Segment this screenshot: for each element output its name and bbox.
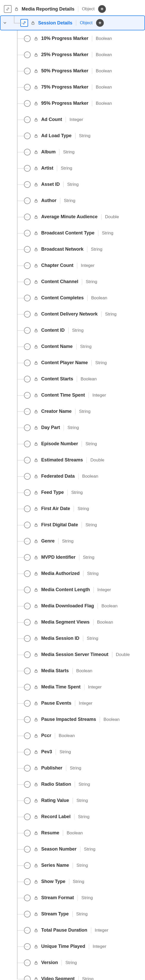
lock-icon — [34, 296, 38, 300]
tree-node-field[interactable]: Pev3String — [0, 744, 145, 760]
lock-icon — [34, 426, 38, 430]
tree-node-field[interactable]: Average Minute AudienceDouble — [0, 209, 145, 225]
tree-node-root[interactable]: Media Reporting DetailsObject+ — [0, 3, 145, 16]
add-button[interactable]: + — [98, 5, 106, 13]
tree-node-field[interactable]: Broadcast Content TypeString — [0, 225, 145, 241]
tree-node-field[interactable]: 10% Progress MarkerBoolean — [0, 30, 145, 46]
tree-node-field[interactable]: Show TypeString — [0, 873, 145, 890]
field-type: String — [84, 847, 95, 852]
field-type: Integer — [97, 587, 111, 592]
tree-node-field[interactable]: Record LabelString — [0, 808, 145, 825]
tree-node-field[interactable]: Stream TypeString — [0, 906, 145, 922]
tree-node-field[interactable]: Content Time SpentInteger — [0, 387, 145, 403]
tree-node-field[interactable]: ResumeBoolean — [0, 825, 145, 841]
tree-node-field[interactable]: Series NameString — [0, 857, 145, 873]
svg-rect-48 — [35, 784, 37, 786]
tree-node-field[interactable]: Content NameString — [0, 339, 145, 355]
field-label: Total Pause Duration — [41, 928, 87, 933]
field-type: Boolean — [59, 733, 75, 738]
tree-node-field[interactable]: VersionString — [0, 955, 145, 971]
tree-node-field[interactable]: Media Session Server TimeoutDouble — [0, 646, 145, 663]
tree-node-field[interactable]: Episode NumberString — [0, 436, 145, 452]
svg-rect-33 — [35, 541, 37, 543]
field-label: Season Number — [41, 846, 76, 852]
tree-node-field[interactable]: Media StartsBoolean — [0, 663, 145, 679]
field-type: String — [65, 960, 77, 965]
tree-node-field[interactable]: 75% Progress MarkerBoolean — [0, 79, 145, 95]
tree-node-field[interactable]: Media AuthorizedString — [0, 565, 145, 582]
tree-node-field[interactable]: Ad CountInteger — [0, 111, 145, 128]
tree-node-field[interactable]: Media Time SpentInteger — [0, 679, 145, 695]
lock-icon — [34, 977, 38, 980]
tree-node-field[interactable]: Estimated StreamsDouble — [0, 452, 145, 468]
tree-node-field[interactable]: Media Content LengthInteger — [0, 582, 145, 598]
svg-rect-32 — [35, 525, 37, 527]
lock-icon — [33, 571, 39, 576]
tree-node-field[interactable]: Content CompletesBoolean — [0, 290, 145, 306]
tree-node-field[interactable]: MVPD IdentifierString — [0, 549, 145, 565]
tree-node-field[interactable]: Pause EventsInteger — [0, 695, 145, 711]
tree-node-field[interactable]: ArtistString — [0, 160, 145, 176]
tree-node-field[interactable]: Video SegmentString — [0, 971, 145, 980]
tree-node-field[interactable]: PccrBoolean — [0, 727, 145, 744]
field-type: String — [87, 636, 98, 641]
lock-icon — [33, 101, 39, 106]
tree-node-field[interactable]: Total Pause DurationInteger — [0, 922, 145, 938]
lock-icon — [34, 604, 38, 608]
tree-node-field[interactable]: PublisherString — [0, 760, 145, 776]
tree-node-field[interactable]: Federated DataBoolean — [0, 468, 145, 484]
field-label: Chapter Count — [41, 263, 73, 268]
tree-node-field[interactable]: Stream FormatString — [0, 890, 145, 906]
tree-node-field[interactable]: Media Downloaded FlagBoolean — [0, 598, 145, 614]
tree-node-field[interactable]: Feed TypeString — [0, 484, 145, 501]
tree-node-session-details[interactable]: Session DetailsObject+ — [0, 16, 145, 30]
svg-rect-30 — [35, 492, 37, 494]
lock-icon — [34, 880, 38, 884]
tree-node-field[interactable]: Content StartsBoolean — [0, 371, 145, 387]
tree-node-field[interactable]: Content ChannelString — [0, 274, 145, 290]
tree-node-field[interactable]: Chapter CountInteger — [0, 257, 145, 274]
tree-node-field[interactable]: Rating ValueString — [0, 792, 145, 808]
tree-node-field[interactable]: Unique Time PlayedInteger — [0, 938, 145, 955]
tree-node-field[interactable]: Season NumberString — [0, 841, 145, 857]
svg-rect-37 — [35, 606, 37, 608]
svg-rect-50 — [35, 816, 37, 818]
field-type: Integer — [93, 944, 106, 949]
field-type: Boolean — [81, 377, 97, 382]
chevron-down-icon[interactable] — [3, 21, 7, 25]
lock-icon — [33, 182, 39, 187]
field-label: Estimated Streams — [41, 457, 83, 463]
lock-icon — [34, 507, 38, 511]
tree-node-field[interactable]: 50% Progress MarkerBoolean — [0, 63, 145, 79]
tree-node-field[interactable]: Creator NameString — [0, 403, 145, 420]
tree-node-field[interactable]: Asset IDString — [0, 176, 145, 192]
tree-node-field[interactable]: Broadcast NetworkString — [0, 241, 145, 257]
svg-rect-11 — [35, 184, 37, 186]
field-label: Rating Value — [41, 798, 69, 803]
field-type: String — [79, 133, 91, 138]
lock-icon — [33, 85, 39, 90]
tree-node-field[interactable]: Radio StationString — [0, 776, 145, 792]
tree-node-field[interactable]: 95% Progress MarkerBoolean — [0, 95, 145, 111]
tree-node-field[interactable]: Media Session IDString — [0, 630, 145, 646]
tree-node-field[interactable]: Ad Load TypeString — [0, 128, 145, 144]
tree-node-field[interactable]: Content Player NameString — [0, 355, 145, 371]
tree-node-field[interactable]: First Air DateString — [0, 501, 145, 517]
tree-node-field[interactable]: AuthorString — [0, 192, 145, 209]
tree-node-field[interactable]: AlbumString — [0, 144, 145, 160]
tree-node-field[interactable]: Content Delivery NetworkString — [0, 306, 145, 322]
field-type: Integer — [88, 684, 102, 690]
field-type: Double — [91, 458, 104, 463]
tree-node-field[interactable]: First Digital DateString — [0, 517, 145, 533]
lock-icon — [34, 166, 38, 170]
field-label: 75% Progress Marker — [41, 84, 88, 90]
add-button[interactable]: + — [96, 19, 104, 27]
tree-node-field[interactable]: Pause Impacted StreamsBoolean — [0, 711, 145, 727]
lock-icon — [33, 231, 39, 236]
tree-node-field[interactable]: Media Segment ViewsBoolean — [0, 614, 145, 630]
tree-node-field[interactable]: 25% Progress MarkerBoolean — [0, 46, 145, 63]
tree-node-field[interactable]: Day PartString — [0, 420, 145, 436]
tree-node-field[interactable]: GenreString — [0, 533, 145, 549]
svg-rect-9 — [35, 152, 37, 154]
tree-node-field[interactable]: Content IDString — [0, 322, 145, 339]
